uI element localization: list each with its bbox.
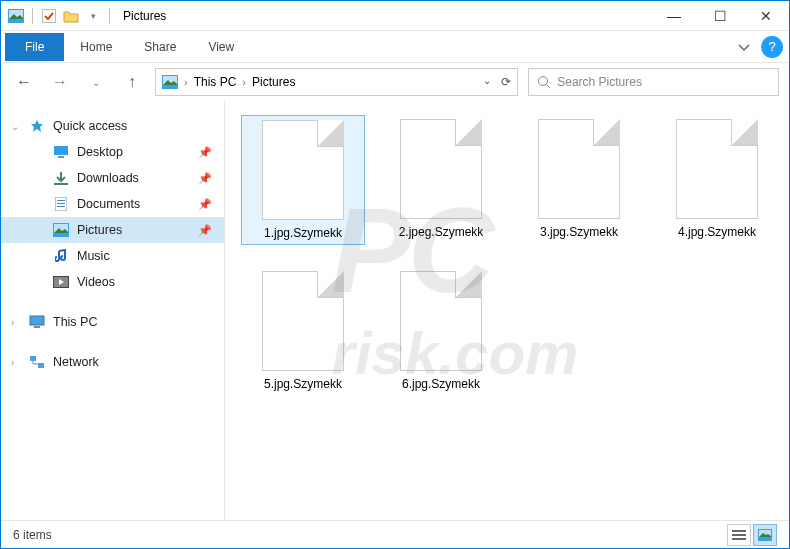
close-button[interactable]: ✕ [743,1,789,31]
refresh-button[interactable]: ⟳ [501,75,511,89]
recent-dropdown-icon[interactable]: ⌄ [83,69,109,95]
address-dropdown-icon[interactable]: ⌄ [483,75,491,89]
sidebar-item-label: This PC [53,315,97,329]
pin-icon: 📌 [198,172,212,185]
sidebar-this-pc[interactable]: › This PC [1,309,224,335]
minimize-button[interactable]: — [651,1,697,31]
forward-button[interactable]: → [47,69,73,95]
sidebar-item-documents[interactable]: Documents📌 [1,191,224,217]
sidebar-item-label: Network [53,355,99,369]
navigation-pane: ⌄ Quick access Desktop📌Downloads📌Documen… [1,101,225,522]
sidebar-item-label: Quick access [53,119,127,133]
file-thumbnail-icon [262,271,344,371]
svg-rect-24 [34,326,40,328]
sidebar-item-desktop[interactable]: Desktop📌 [1,139,224,165]
search-icon [537,75,551,89]
nav-bar: ← → ⌄ ↑ › This PC › Pictures ⌄ ⟳ Search … [1,63,789,101]
status-bar: 6 items [1,520,789,548]
svg-rect-3 [43,9,56,22]
properties-checkbox-icon[interactable] [40,8,58,24]
file-name-label: 6.jpg.Szymekk [402,377,480,391]
chevron-right-icon[interactable]: › [184,76,188,88]
tab-view[interactable]: View [192,33,250,61]
collapse-ribbon-icon[interactable] [727,41,761,53]
window-title: Pictures [123,9,166,23]
file-item[interactable]: 3.jpg.Szymekk [517,115,641,245]
file-thumbnail-icon [538,119,620,219]
computer-icon [29,314,45,330]
details-view-button[interactable] [727,524,751,546]
sidebar-item-pictures[interactable]: Pictures📌 [1,217,224,243]
qat-dropdown-icon[interactable]: ▾ [84,8,102,24]
pin-icon: 📌 [198,224,212,237]
help-button[interactable]: ? [761,36,783,58]
desktop-icon [53,144,69,160]
svg-rect-27 [732,530,746,532]
sidebar-item-videos[interactable]: Videos [1,269,224,295]
file-item[interactable]: 1.jpg.Szymekk [241,115,365,245]
file-item[interactable]: 5.jpg.Szymekk [241,267,365,395]
file-name-label: 1.jpg.Szymekk [264,226,342,240]
maximize-button[interactable]: ☐ [697,1,743,31]
star-icon [29,118,45,134]
sidebar-item-label: Videos [77,275,115,289]
sidebar-item-downloads[interactable]: Downloads📌 [1,165,224,191]
status-item-count: 6 items [13,528,52,542]
sidebar-item-label: Desktop [77,145,123,159]
sidebar-item-label: Music [77,249,110,263]
svg-rect-12 [54,183,68,185]
thumbnails-view-button[interactable] [753,524,777,546]
svg-rect-29 [732,538,746,540]
sidebar-item-label: Downloads [77,171,139,185]
chevron-right-icon[interactable]: › [11,357,14,368]
svg-line-8 [547,85,551,89]
file-name-label: 4.jpg.Szymekk [678,225,756,239]
chevron-right-icon[interactable]: › [11,317,14,328]
sidebar-quick-access[interactable]: ⌄ Quick access [1,113,224,139]
svg-rect-25 [30,356,36,361]
pin-icon: 📌 [198,198,212,211]
search-input[interactable]: Search Pictures [528,68,779,96]
file-list-area[interactable]: 1.jpg.Szymekk2.jpeg.Szymekk3.jpg.Szymekk… [225,101,789,522]
file-item[interactable]: 2.jpeg.Szymekk [379,115,503,245]
sidebar-item-label: Documents [77,197,140,211]
tab-share[interactable]: Share [128,33,192,61]
svg-rect-10 [54,146,68,155]
sidebar-item-music[interactable]: Music [1,243,224,269]
file-item[interactable]: 4.jpg.Szymekk [655,115,779,245]
address-bar[interactable]: › This PC › Pictures ⌄ ⟳ [155,68,518,96]
sidebar-network[interactable]: › Network [1,349,224,375]
documents-icon [53,196,69,212]
ribbon-tabs: File Home Share View ? [1,31,789,63]
breadcrumb-this-pc[interactable]: This PC [194,75,237,89]
tab-home[interactable]: Home [64,33,128,61]
sidebar-item-label: Pictures [77,223,122,237]
music-icon [53,248,69,264]
file-thumbnail-icon [400,119,482,219]
network-icon [29,354,45,370]
up-button[interactable]: ↑ [119,69,145,95]
qat-folder-icon[interactable] [62,8,80,24]
svg-rect-16 [57,206,65,207]
pin-icon: 📌 [198,146,212,159]
svg-rect-14 [57,200,65,201]
chevron-right-icon[interactable]: › [242,76,246,88]
file-name-label: 5.jpg.Szymekk [264,377,342,391]
file-thumbnail-icon [676,119,758,219]
file-thumbnail-icon [262,120,344,220]
breadcrumb-pictures[interactable]: Pictures [252,75,295,89]
app-icon [7,8,25,24]
pictures-icon [53,222,69,238]
file-thumbnail-icon [400,271,482,371]
title-bar: ▾ Pictures — ☐ ✕ [1,1,789,31]
back-button[interactable]: ← [11,69,37,95]
downloads-icon [53,170,69,186]
file-item[interactable]: 6.jpg.Szymekk [379,267,503,395]
svg-rect-28 [732,534,746,536]
chevron-down-icon[interactable]: ⌄ [11,121,19,132]
svg-rect-15 [57,203,65,204]
svg-marker-9 [31,120,43,132]
file-tab[interactable]: File [5,33,64,61]
svg-rect-11 [58,156,64,158]
svg-point-7 [539,77,548,86]
